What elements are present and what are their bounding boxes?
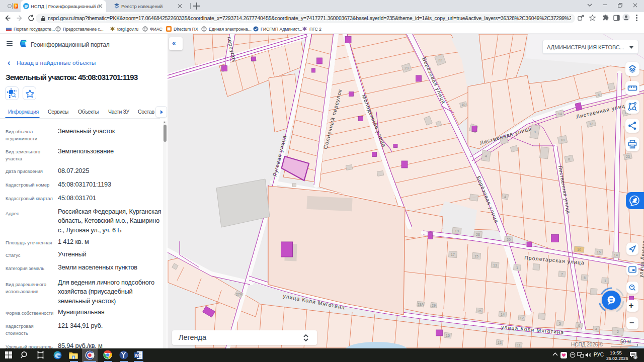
svg-text:4: 4	[485, 154, 487, 158]
svg-text:15: 15	[474, 254, 478, 258]
svg-text:4: 4	[504, 195, 506, 199]
svg-text:5: 5	[559, 322, 561, 325]
svg-text:20: 20	[507, 238, 511, 241]
svg-text:12: 12	[589, 122, 593, 126]
svg-text:10: 10	[577, 248, 581, 251]
svg-text:4: 4	[598, 93, 600, 97]
svg-text:23: 23	[626, 155, 630, 158]
svg-text:17: 17	[451, 253, 455, 256]
svg-text:9: 9	[534, 130, 536, 134]
svg-text:14: 14	[614, 253, 618, 257]
svg-text:12: 12	[520, 316, 524, 320]
svg-text:23: 23	[405, 66, 409, 70]
svg-text:22: 22	[634, 355, 638, 359]
svg-text:14: 14	[558, 112, 562, 116]
svg-text:22: 22	[438, 58, 442, 62]
svg-text:13: 13	[493, 263, 497, 267]
svg-text:11: 11	[517, 343, 520, 347]
svg-text:15: 15	[446, 334, 450, 337]
svg-text:W: W	[135, 352, 139, 357]
svg-text:18: 18	[560, 138, 565, 142]
svg-text:7: 7	[561, 273, 563, 276]
svg-text:6: 6	[578, 324, 580, 327]
svg-text:14: 14	[501, 313, 505, 316]
svg-text:13: 13	[498, 341, 502, 344]
svg-text:16: 16	[597, 250, 601, 254]
svg-text:26: 26	[477, 309, 481, 313]
svg-text:5: 5	[584, 276, 586, 280]
svg-text:1: 1	[604, 279, 606, 283]
svg-text:10: 10	[461, 103, 465, 107]
svg-text:1: 1	[516, 266, 518, 269]
svg-text:29: 29	[432, 304, 436, 307]
svg-text:27A: 27A	[236, 293, 243, 296]
svg-text:19: 19	[455, 229, 459, 233]
svg-text:2: 2	[617, 330, 619, 333]
svg-text:28A: 28A	[418, 303, 424, 306]
svg-text:28: 28	[476, 233, 480, 236]
svg-text:4: 4	[595, 327, 597, 331]
svg-text:8: 8	[568, 157, 570, 161]
